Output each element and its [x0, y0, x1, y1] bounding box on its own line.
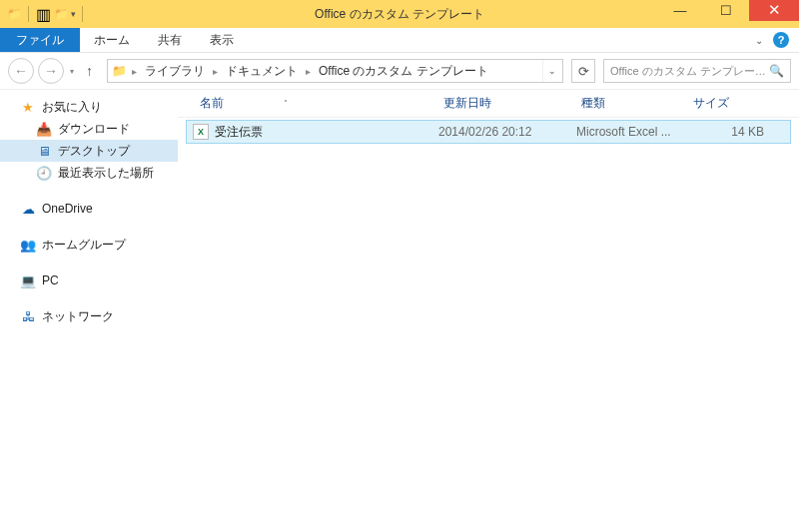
desktop-icon: 🖥: [36, 143, 52, 159]
onedrive-icon: ☁: [20, 201, 36, 217]
file-type: Microsoft Excel ...: [576, 125, 688, 139]
homegroup-icon: 👥: [20, 237, 36, 253]
search-input[interactable]: Office のカスタム テンプレートの... 🔍: [603, 59, 791, 83]
history-dropdown-icon[interactable]: ▾: [68, 67, 76, 76]
main-area: ★ お気に入り 📥 ダウンロード 🖥 デスクトップ 🕘 最近表示した場所 ☁ O…: [0, 89, 799, 532]
sidebar-item-label: ホームグループ: [42, 237, 126, 254]
refresh-button[interactable]: ⟳: [571, 59, 595, 83]
downloads-icon: 📥: [36, 121, 52, 137]
nav-row: ← → ▾ ↑ ▸ ライブラリ ▸ ドキュメント ▸ Office のカスタム …: [0, 53, 799, 89]
file-row[interactable]: X 受注伝票 2014/02/26 20:12 Microsoft Excel …: [186, 120, 791, 144]
qat-customize-icon[interactable]: ▾: [71, 9, 76, 19]
file-name: 受注伝票: [215, 124, 263, 141]
file-tab[interactable]: ファイル: [0, 28, 80, 52]
app-icon: [6, 6, 22, 22]
column-header-name[interactable]: 名前 ˄: [192, 95, 435, 112]
search-placeholder: Office のカスタム テンプレートの...: [610, 64, 769, 79]
sidebar-item-favorites[interactable]: ★ お気に入り: [0, 96, 178, 118]
tab-view[interactable]: 表示: [196, 28, 248, 52]
minimize-button[interactable]: —: [657, 0, 703, 20]
excel-template-icon: X: [193, 124, 209, 140]
sidebar-item-recent[interactable]: 🕘 最近表示した場所: [0, 162, 178, 184]
pc-icon: 💻: [20, 272, 36, 288]
close-button[interactable]: ✕: [749, 0, 799, 21]
forward-button[interactable]: →: [38, 58, 64, 84]
chevron-right-icon[interactable]: ▸: [302, 66, 315, 77]
nav-pane: ★ お気に入り 📥 ダウンロード 🖥 デスクトップ 🕘 最近表示した場所 ☁ O…: [0, 90, 178, 532]
sort-indicator-icon: ˄: [284, 99, 288, 108]
column-header-type[interactable]: 種類: [573, 95, 685, 112]
qat-separator-2: [82, 6, 83, 22]
chevron-right-icon[interactable]: ▸: [209, 66, 222, 77]
recent-icon: 🕘: [36, 165, 52, 181]
up-button[interactable]: ↑: [80, 63, 99, 79]
favorites-group: ★ お気に入り 📥 ダウンロード 🖥 デスクトップ 🕘 最近表示した場所: [0, 96, 178, 184]
sidebar-item-label: ネットワーク: [42, 308, 114, 325]
crumb-current[interactable]: Office のカスタム テンプレート: [315, 63, 492, 80]
sidebar-item-desktop[interactable]: 🖥 デスクトップ: [0, 140, 178, 162]
tab-home[interactable]: ホーム: [80, 28, 144, 52]
sidebar-item-label: デスクトップ: [58, 143, 130, 160]
column-headers: 名前 ˄ 更新日時 種類 サイズ: [178, 90, 799, 118]
sidebar-item-pc[interactable]: 💻 PC: [0, 269, 178, 291]
sidebar-item-homegroup[interactable]: 👥 ホームグループ: [0, 234, 178, 256]
chevron-right-icon[interactable]: ▸: [128, 66, 141, 77]
column-label: 名前: [200, 95, 224, 112]
sidebar-item-downloads[interactable]: 📥 ダウンロード: [0, 118, 178, 140]
crumb-documents[interactable]: ドキュメント: [222, 63, 302, 80]
column-header-size[interactable]: サイズ: [685, 95, 799, 112]
quick-access-toolbar: ▥ ▾: [0, 6, 87, 22]
search-icon[interactable]: 🔍: [769, 64, 784, 78]
file-date: 2014/02/26 20:12: [438, 125, 576, 139]
file-size: 14 KB: [688, 125, 790, 139]
properties-icon[interactable]: ▥: [35, 6, 51, 22]
ribbon: ファイル ホーム 共有 表示 ⌄ ?: [0, 28, 799, 53]
new-folder-icon[interactable]: [53, 6, 69, 22]
column-header-date[interactable]: 更新日時: [435, 95, 573, 112]
qat-separator: [28, 6, 29, 22]
help-icon[interactable]: ?: [773, 32, 789, 48]
sidebar-item-network[interactable]: 🖧 ネットワーク: [0, 305, 178, 327]
file-list-pane: 名前 ˄ 更新日時 種類 サイズ X 受注伝票 2014/02/26 20:12…: [178, 90, 799, 532]
sidebar-item-label: PC: [42, 273, 59, 287]
tab-share[interactable]: 共有: [144, 28, 196, 52]
back-button[interactable]: ←: [8, 58, 34, 84]
window-controls: — ☐ ✕: [657, 0, 799, 28]
sidebar-item-label: 最近表示した場所: [58, 165, 154, 182]
title-bar: ▥ ▾ Office のカスタム テンプレート — ☐ ✕: [0, 0, 799, 28]
sidebar-item-label: ダウンロード: [58, 121, 130, 138]
sidebar-item-label: OneDrive: [42, 202, 93, 216]
address-bar[interactable]: ▸ ライブラリ ▸ ドキュメント ▸ Office のカスタム テンプレート ⌄: [107, 59, 563, 83]
maximize-button[interactable]: ☐: [703, 0, 749, 20]
ribbon-expand-icon[interactable]: ⌄: [755, 35, 763, 46]
star-icon: ★: [20, 99, 36, 115]
network-icon: 🖧: [20, 308, 36, 324]
address-dropdown-icon[interactable]: ⌄: [542, 60, 560, 82]
folder-icon: [110, 64, 128, 78]
sidebar-item-onedrive[interactable]: ☁ OneDrive: [0, 198, 178, 220]
crumb-libraries[interactable]: ライブラリ: [141, 63, 209, 80]
sidebar-item-label: お気に入り: [42, 99, 102, 116]
